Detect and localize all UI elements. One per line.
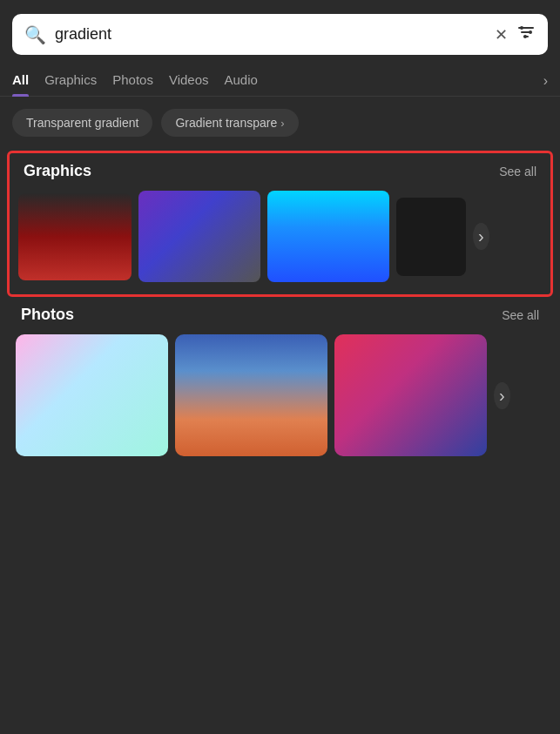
photo-thumb-1[interactable] [16,334,168,456]
photo-thumb-2-image [175,334,327,456]
filter-icon[interactable] [516,23,536,46]
graphics-thumb-1[interactable] [18,193,132,280]
tab-graphics[interactable]: Graphics [44,65,97,96]
suggestion-chip-2[interactable]: Gradient transpare › [161,109,298,137]
svg-point-3 [520,26,523,30]
graphics-thumb-1-image [18,193,132,280]
suggestions-row: Transparent gradient Gradient transpare … [0,109,560,137]
photo-thumb-2[interactable] [175,334,327,456]
photo-thumb-3[interactable] [334,334,487,456]
suggestion-chip-2-chevron: › [280,117,284,130]
suggestion-chip-1[interactable]: Transparent gradient [12,109,152,137]
tabs-more-chevron[interactable]: › [543,73,548,89]
graphics-thumb-4[interactable] [396,198,466,276]
tab-all[interactable]: All [12,65,29,96]
graphics-section: Graphics See all › [7,151,553,297]
suggestion-label-1: Transparent gradient [26,116,138,130]
svg-point-4 [529,30,532,34]
graphics-thumb-2-image [138,191,260,282]
graphics-thumbnails: › [10,187,550,286]
photo-thumb-3-image [334,334,487,456]
graphics-thumb-2[interactable] [138,191,260,282]
graphics-next-chevron[interactable]: › [473,223,489,250]
clear-icon[interactable]: ✕ [495,25,508,44]
photo-thumb-1-image [16,334,168,456]
search-bar: 🔍 ✕ [12,14,548,55]
tab-videos[interactable]: Videos [169,65,209,96]
photos-section-header: Photos See all [7,297,553,331]
search-input[interactable] [55,25,486,44]
graphics-thumb-3[interactable] [267,191,389,282]
photos-next-chevron[interactable]: › [494,382,510,409]
tabs-row: All Graphics Photos Videos Audio › [0,65,560,97]
tab-audio[interactable]: Audio [225,65,258,96]
tab-photos[interactable]: Photos [112,65,153,96]
photos-see-all[interactable]: See all [502,308,539,322]
graphics-section-title: Graphics [24,162,91,180]
photos-thumbnails: › [7,331,553,460]
svg-point-5 [523,35,527,38]
suggestion-label-2: Gradient transpare [175,116,277,130]
graphics-see-all[interactable]: See all [499,165,536,178]
search-bar-wrapper: 🔍 ✕ [0,0,560,65]
graphics-section-header: Graphics See all [10,153,550,187]
photos-section: Photos See all › [7,297,553,460]
search-icon: 🔍 [24,26,46,44]
photos-section-title: Photos [21,306,74,324]
graphics-thumb-3-image [267,191,389,282]
